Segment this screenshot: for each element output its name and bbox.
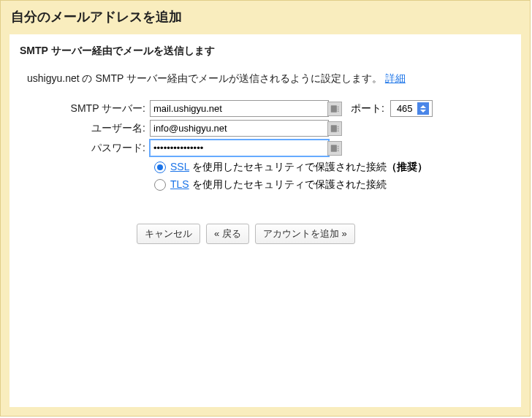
- dropdown-arrow-icon: [417, 102, 429, 115]
- port-label: ポート:: [351, 102, 384, 115]
- svg-rect-8: [331, 145, 337, 151]
- svg-rect-1: [338, 106, 338, 107]
- description-text: ushigyu.net の SMTP サーバー経由でメールが送信されるように設定…: [20, 72, 511, 100]
- button-bar: キャンセル « 戻る アカウントを追加 »: [137, 224, 511, 244]
- smtp-row: SMTP サーバー: ポート: 465: [27, 100, 511, 117]
- ssl-text: を使用したセキュリティで保護された接続: [189, 161, 387, 172]
- tls-link[interactable]: TLS: [170, 178, 189, 190]
- form-table: SMTP サーバー: ポート: 465 ユーザー名: パスワー: [27, 100, 511, 191]
- smtp-server-input[interactable]: [150, 100, 329, 117]
- svg-rect-11: [338, 150, 338, 151]
- details-link[interactable]: 詳細: [385, 72, 406, 84]
- svg-rect-9: [338, 145, 338, 147]
- tls-text: を使用したセキュリティで保護された接続: [189, 178, 387, 190]
- panel-subtitle: SMTP サーバー経由でメールを送信します: [20, 45, 511, 72]
- contacts-icon: [327, 141, 342, 156]
- tls-radio[interactable]: [154, 179, 166, 191]
- port-value: 465: [397, 103, 417, 114]
- tls-label: TLS を使用したセキュリティで保護された接続: [170, 178, 387, 191]
- svg-rect-2: [338, 108, 338, 110]
- svg-rect-5: [338, 126, 338, 127]
- svg-rect-0: [331, 105, 337, 112]
- username-input[interactable]: [150, 120, 329, 137]
- contacts-icon: [327, 102, 342, 116]
- port-select[interactable]: 465: [390, 100, 433, 117]
- cancel-button[interactable]: キャンセル: [137, 224, 200, 244]
- username-row: ユーザー名:: [27, 120, 511, 137]
- ssl-label: SSL を使用したセキュリティで保護された接続（推奨）: [170, 161, 428, 174]
- dialog-title: 自分のメールアドレスを追加: [1, 1, 530, 33]
- svg-rect-10: [338, 148, 338, 149]
- ssl-recommended: （推奨）: [387, 161, 428, 172]
- ssl-radio[interactable]: [154, 162, 166, 173]
- content-panel: SMTP サーバー経由でメールを送信します ushigyu.net の SMTP…: [10, 34, 521, 407]
- svg-rect-6: [338, 128, 338, 129]
- ssl-option-row[interactable]: SSL を使用したセキュリティで保護された接続（推奨）: [154, 161, 511, 174]
- contacts-icon: [327, 121, 342, 136]
- dialog-container: 自分のメールアドレスを追加 SMTP サーバー経由でメールを送信します ushi…: [0, 0, 531, 417]
- ssl-link[interactable]: SSL: [170, 161, 189, 172]
- svg-rect-7: [338, 130, 338, 132]
- svg-rect-3: [338, 110, 338, 112]
- svg-rect-4: [331, 125, 337, 132]
- smtp-label: SMTP サーバー:: [27, 102, 150, 115]
- username-label: ユーザー名:: [27, 122, 150, 135]
- add-account-button[interactable]: アカウントを追加 »: [255, 224, 355, 244]
- tls-option-row[interactable]: TLS を使用したセキュリティで保護された接続: [154, 178, 511, 191]
- password-input[interactable]: [150, 140, 329, 156]
- back-button[interactable]: « 戻る: [206, 224, 249, 244]
- password-label: パスワード:: [27, 142, 150, 155]
- password-row: パスワード:: [27, 140, 511, 156]
- description-prefix: ushigyu.net の SMTP サーバー経由でメールが送信されるように設定…: [27, 72, 382, 84]
